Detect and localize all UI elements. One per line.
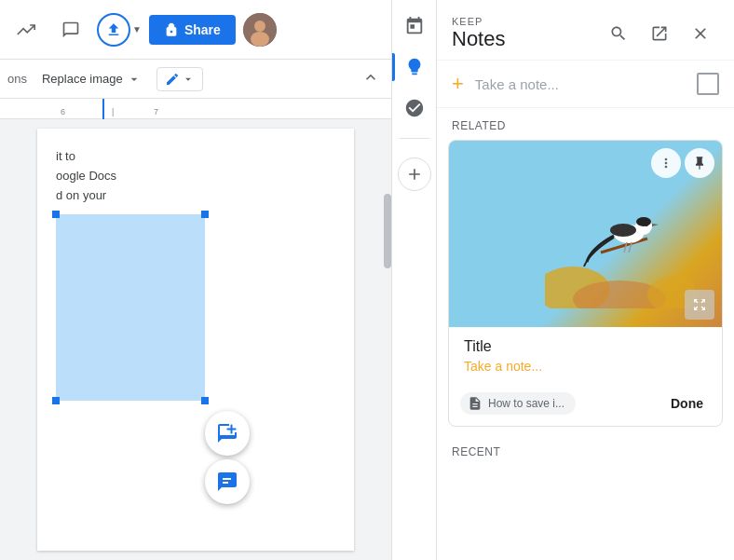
note-content: Take a note... [464, 359, 707, 374]
document-content: it to oogle Docs d on your [0, 119, 391, 560]
expand-image-button[interactable] [685, 290, 714, 320]
notes-header-icons [600, 15, 719, 52]
note-footer: How to save i... Done [449, 385, 722, 426]
recent-label: Recent [437, 438, 734, 462]
options-label: ons [7, 72, 27, 86]
notes-app-name: KEEP [452, 16, 600, 27]
image-toolbar: ons Replace image [0, 60, 391, 99]
upload-icon-btn[interactable] [97, 13, 130, 47]
svg-point-9 [636, 217, 651, 226]
take-note-text: Take a note... [475, 76, 686, 92]
doc-text: it to oogle Docs d on your [56, 147, 335, 205]
user-avatar[interactable] [243, 13, 277, 47]
note-card[interactable]: Title Take a note... How to save i... Do… [448, 140, 723, 427]
take-note-bar[interactable]: + Take a note... [437, 61, 734, 108]
floating-actions [205, 411, 250, 504]
edit-button[interactable] [156, 67, 203, 91]
svg-point-10 [610, 224, 636, 237]
selected-image[interactable] [56, 214, 205, 401]
resize-handle-bl[interactable] [52, 397, 60, 404]
sidebar-item-keep[interactable] [396, 48, 433, 86]
scrollbar-thumb[interactable] [384, 194, 391, 268]
sidebar-divider [400, 138, 429, 139]
svg-marker-11 [652, 224, 659, 226]
search-button[interactable] [600, 15, 637, 52]
docs-area: ▼ Share ons Replace image [0, 0, 391, 560]
notes-title: Notes [452, 27, 600, 51]
resize-handle-tl[interactable] [52, 211, 60, 218]
add-comment-fab[interactable] [205, 411, 250, 456]
svg-point-1 [254, 20, 265, 32]
checkbox-icon[interactable] [697, 73, 719, 95]
related-label: Related [437, 108, 734, 140]
svg-point-2 [251, 32, 269, 47]
resize-handle-tr[interactable] [201, 211, 209, 218]
note-image [449, 141, 722, 327]
notes-title-area: KEEP Notes [452, 16, 600, 51]
more-options-button[interactable] [651, 148, 681, 178]
resize-handle-br[interactable] [201, 397, 209, 404]
note-actions-top [651, 148, 714, 178]
notes-header: KEEP Notes [437, 0, 734, 61]
sidebar-item-tasks[interactable] [396, 89, 433, 127]
related-doc-text: How to save i... [488, 397, 564, 410]
share-button[interactable]: Share [149, 15, 236, 45]
suggest-edits-fab[interactable] [205, 459, 250, 504]
plus-icon: + [452, 72, 464, 96]
doc-scrollbar[interactable] [384, 119, 391, 560]
note-title: Title [464, 338, 707, 355]
pin-button[interactable] [685, 148, 714, 178]
done-button[interactable]: Done [663, 392, 711, 415]
svg-point-12 [645, 223, 648, 226]
chat-icon[interactable] [52, 11, 89, 48]
notes-panel: KEEP Notes + Take a note... [436, 0, 734, 560]
replace-image-button[interactable]: Replace image [34, 68, 149, 90]
upload-dropdown[interactable]: ▼ [132, 24, 142, 34]
bird-illustration [545, 159, 694, 308]
document-page[interactable]: it to oogle Docs d on your [37, 129, 354, 551]
trending-up-icon[interactable] [7, 11, 45, 48]
active-indicator [392, 53, 395, 81]
sidebar-item-keep-wrapper [392, 48, 437, 86]
sidebar-add-button[interactable] [398, 157, 431, 191]
ruler: 6 | 7 [0, 99, 391, 119]
sidebar-item-calendar[interactable] [396, 7, 433, 45]
related-doc-chip[interactable]: How to save i... [460, 392, 576, 415]
sidebar-panel [391, 0, 436, 560]
collapse-button[interactable] [358, 64, 384, 94]
open-external-button[interactable] [641, 15, 678, 52]
note-body: Title Take a note... [449, 327, 722, 385]
close-button[interactable] [682, 15, 719, 52]
main-toolbar: ▼ Share [0, 0, 391, 60]
